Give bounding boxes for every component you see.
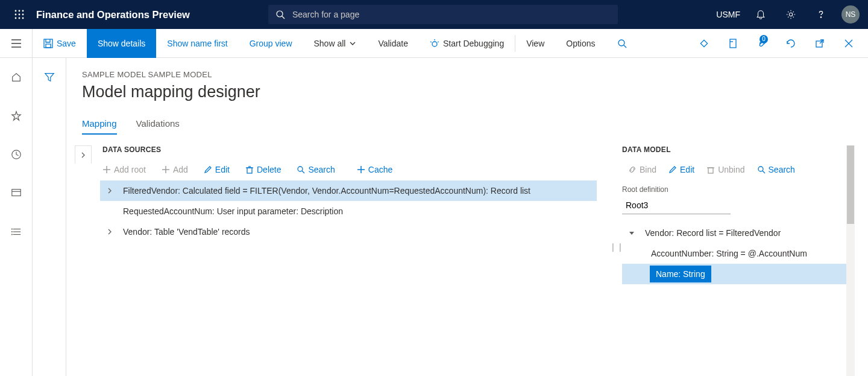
svg-rect-17: [46, 44, 51, 48]
add-button[interactable]: Add: [162, 165, 188, 174]
dm-row-vendor[interactable]: Vendor: Record list = FilteredVendor: [622, 223, 852, 243]
data-sources-collapse[interactable]: [75, 145, 92, 164]
dm-edit-button[interactable]: Edit: [668, 165, 694, 174]
svg-rect-53: [708, 168, 713, 173]
svg-point-55: [758, 167, 763, 171]
start-debugging-button[interactable]: Start Debugging: [419, 29, 515, 58]
svg-point-38: [11, 229, 12, 229]
svg-point-12: [820, 17, 821, 18]
page-title: Model mapping designer: [82, 83, 852, 101]
show-name-first-button[interactable]: Show name first: [156, 29, 238, 58]
options-button[interactable]: Options: [555, 29, 606, 58]
bind-button[interactable]: Bind: [628, 165, 656, 174]
svg-rect-16: [44, 39, 52, 48]
nav-favorites[interactable]: [4, 104, 28, 128]
svg-line-28: [820, 40, 823, 43]
attachments-button[interactable]: 0: [752, 34, 772, 53]
office-addin-button[interactable]: [723, 34, 743, 53]
popout-button[interactable]: [810, 34, 829, 53]
personalize-button[interactable]: [694, 34, 714, 53]
plus-icon: [357, 165, 365, 174]
root-definition-label: Root definition: [622, 185, 852, 194]
notifications-button[interactable]: [751, 5, 770, 24]
home-icon: [11, 72, 22, 83]
tab-mapping[interactable]: Mapping: [82, 118, 117, 135]
svg-point-0: [15, 10, 17, 12]
dm-row-account-number[interactable]: AccountNumber: String = @.AccountNum: [622, 243, 852, 264]
dm-scrollbar[interactable]: [846, 145, 855, 376]
edit-button[interactable]: Edit: [204, 165, 230, 174]
ds-row-requested-account[interactable]: RequestedAccountNum: User input paramete…: [100, 201, 597, 221]
svg-point-1: [19, 10, 20, 12]
svg-point-9: [277, 11, 283, 17]
svg-point-8: [22, 18, 24, 19]
add-root-button[interactable]: Add root: [102, 165, 146, 174]
help-button[interactable]: [811, 5, 831, 24]
nav-recent[interactable]: [4, 142, 28, 167]
show-details-button[interactable]: Show details: [87, 29, 156, 58]
bell-icon: [755, 9, 766, 20]
company-selector[interactable]: USMF: [716, 10, 740, 19]
save-button[interactable]: Save: [33, 29, 87, 58]
delete-button[interactable]: Delete: [245, 165, 281, 174]
nav-home[interactable]: [4, 65, 28, 89]
dm-row-name[interactable]: Name: String: [622, 264, 852, 284]
debug-icon: [430, 39, 439, 48]
toolbar-search-button[interactable]: [606, 29, 641, 58]
ds-search-button[interactable]: Search: [297, 165, 335, 174]
help-icon: [816, 9, 826, 20]
svg-point-39: [11, 232, 12, 232]
attachments-badge: 0: [760, 35, 768, 43]
diamond-icon: [699, 39, 709, 48]
nav-modules[interactable]: [4, 220, 28, 244]
cache-button[interactable]: Cache: [357, 165, 392, 174]
trash-icon: [245, 165, 254, 174]
data-sources-title: DATA SOURCES: [102, 145, 597, 154]
svg-marker-41: [45, 74, 53, 81]
user-avatar[interactable]: NS: [841, 5, 860, 24]
tab-validations[interactable]: Validations: [136, 118, 180, 135]
search-box[interactable]: Search for a page: [268, 5, 618, 24]
popout-icon: [815, 39, 825, 48]
close-icon: [844, 39, 853, 48]
app-launcher[interactable]: [8, 4, 30, 25]
svg-point-22: [618, 40, 624, 46]
caret-right-icon: [107, 188, 113, 194]
svg-point-18: [432, 42, 437, 46]
filter-icon: [44, 72, 55, 83]
svg-point-11: [789, 13, 792, 16]
svg-line-23: [624, 45, 626, 48]
close-button[interactable]: [839, 34, 858, 53]
clock-icon: [11, 149, 22, 160]
workspace-icon: [11, 188, 22, 199]
search-icon: [617, 39, 627, 48]
svg-point-3: [15, 14, 17, 16]
svg-rect-25: [730, 39, 736, 48]
group-view-button[interactable]: Group view: [239, 29, 303, 58]
ds-row-vendor[interactable]: Vendor: Table 'VendTable' records: [100, 221, 597, 242]
svg-line-21: [438, 42, 439, 42]
app-title: Finance and Operations Preview: [36, 9, 190, 21]
ds-row-filtered-vendor[interactable]: FilteredVendor: Calculated field = FILTE…: [100, 180, 597, 201]
show-all-dropdown[interactable]: Show all: [303, 29, 368, 58]
breadcrumb: SAMPLE MODEL SAMPLE MODEL: [82, 70, 852, 79]
search-icon: [757, 165, 766, 174]
refresh-button[interactable]: [781, 34, 800, 53]
scrollbar-thumb[interactable]: [847, 145, 854, 224]
root-definition-input[interactable]: [622, 196, 731, 214]
nav-workspaces[interactable]: [4, 181, 28, 205]
filter-button[interactable]: [37, 65, 61, 89]
svg-point-6: [15, 18, 17, 19]
trash-icon: [706, 165, 715, 174]
svg-point-2: [22, 10, 24, 12]
settings-button[interactable]: [781, 5, 800, 24]
svg-marker-57: [629, 232, 634, 235]
refresh-icon: [786, 39, 796, 48]
caret-down-icon: [629, 230, 635, 236]
unbind-button[interactable]: Unbind: [706, 165, 744, 174]
dm-search-button[interactable]: Search: [757, 165, 795, 174]
chevron-down-icon: [349, 40, 356, 47]
validate-button[interactable]: Validate: [367, 29, 419, 58]
nav-collapse-button[interactable]: [0, 29, 33, 58]
view-button[interactable]: View: [515, 29, 555, 58]
